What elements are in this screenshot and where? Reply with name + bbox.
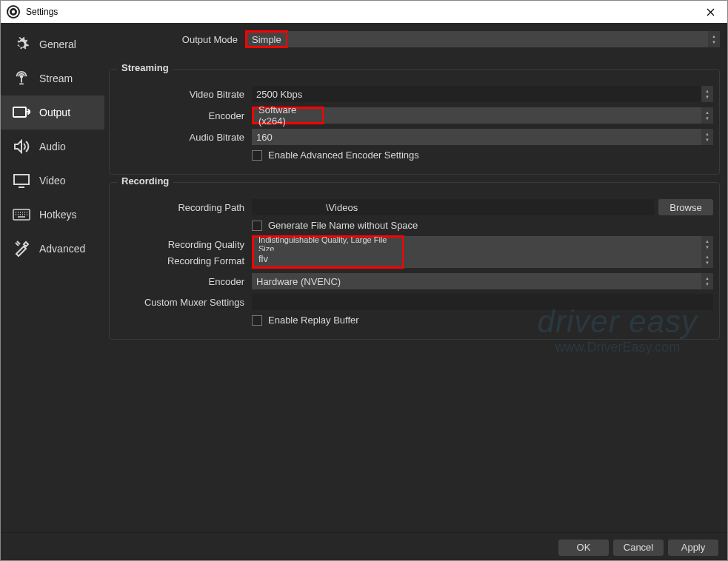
tools-icon bbox=[13, 241, 30, 257]
app-icon bbox=[7, 5, 20, 19]
speaker-icon bbox=[13, 139, 30, 154]
cancel-button[interactable]: Cancel bbox=[613, 540, 664, 556]
sidebar-item-label: Output bbox=[39, 107, 70, 118]
sidebar-item-label: Advanced bbox=[39, 243, 85, 255]
output-icon bbox=[13, 105, 30, 120]
gear-icon bbox=[13, 36, 30, 53]
sidebar-item-audio[interactable]: Audio bbox=[1, 130, 104, 164]
output-mode-select[interactable]: Simple bbox=[247, 33, 286, 46]
gen-filename-checkbox[interactable] bbox=[252, 221, 262, 231]
recording-quality-select-ext[interactable] bbox=[404, 236, 701, 252]
muxer-input[interactable] bbox=[252, 294, 713, 310]
sidebar-item-video[interactable]: Video bbox=[1, 164, 104, 198]
replay-buffer-checkbox-label: Enable Replay Buffer bbox=[268, 315, 359, 326]
sidebar: General Stream Output Audio Video Hotkey… bbox=[1, 23, 104, 532]
close-button[interactable] bbox=[693, 1, 727, 23]
sidebar-item-hotkeys[interactable]: Hotkeys bbox=[1, 198, 104, 232]
replay-buffer-checkbox[interactable] bbox=[252, 315, 262, 326]
keyboard-icon bbox=[13, 209, 30, 221]
adv-encoder-checkbox-label: Enable Advanced Encoder Settings bbox=[268, 150, 419, 161]
streaming-encoder-label: Encoder bbox=[116, 110, 252, 121]
recording-title: Recording bbox=[117, 175, 173, 187]
sidebar-item-label: Stream bbox=[39, 73, 73, 84]
sidebar-item-stream[interactable]: Stream bbox=[1, 61, 104, 95]
recording-format-select[interactable]: flv bbox=[254, 251, 402, 266]
audio-bitrate-label: Audio Bitrate bbox=[116, 132, 252, 143]
spinner-icon[interactable]: ▲▼ bbox=[701, 129, 713, 145]
gen-filename-checkbox-label: Generate File Name without Space bbox=[268, 220, 418, 231]
sidebar-item-label: General bbox=[39, 38, 76, 50]
output-mode-select-ext[interactable] bbox=[287, 31, 708, 47]
streaming-encoder-select-ext[interactable] bbox=[324, 107, 701, 124]
spinner-icon[interactable]: ▲▼ bbox=[701, 107, 713, 124]
recording-format-label: Recording Format bbox=[116, 255, 252, 266]
sidebar-item-general[interactable]: General bbox=[1, 27, 104, 61]
sidebar-item-label: Video bbox=[39, 175, 66, 187]
sidebar-item-label: Audio bbox=[39, 141, 66, 152]
audio-bitrate-select[interactable]: 160 bbox=[252, 129, 701, 145]
spinner-icon[interactable]: ▲▼ bbox=[701, 236, 713, 252]
output-mode-label: Output Mode bbox=[109, 34, 245, 45]
browse-button[interactable]: Browse bbox=[658, 199, 713, 215]
streaming-group: Streaming Video Bitrate 2500 Kbps ▲▼ Enc… bbox=[109, 69, 720, 175]
adv-encoder-checkbox[interactable] bbox=[252, 150, 262, 161]
window-title: Settings bbox=[26, 7, 58, 17]
muxer-label: Custom Muxer Settings bbox=[116, 297, 252, 308]
video-bitrate-input[interactable]: 2500 Kbps bbox=[252, 86, 701, 102]
video-bitrate-label: Video Bitrate bbox=[116, 89, 252, 100]
monitor-icon bbox=[13, 173, 30, 188]
recording-format-select-ext[interactable] bbox=[404, 252, 701, 268]
recording-group: Recording Recording Path \Videos Browse … bbox=[109, 182, 720, 340]
titlebar[interactable]: Settings bbox=[1, 1, 727, 23]
main-panel: Output Mode Simple ▲▼ Streaming Video Bi… bbox=[104, 23, 727, 532]
spinner-icon[interactable]: ▲▼ bbox=[701, 86, 713, 102]
svg-rect-4 bbox=[14, 175, 29, 184]
recording-quality-label: Recording Quality bbox=[116, 239, 252, 250]
recording-path-label: Recording Path bbox=[116, 202, 252, 213]
spinner-icon[interactable]: ▲▼ bbox=[708, 31, 720, 47]
recording-quality-select[interactable]: Indistinguishable Quality, Large File Si… bbox=[254, 238, 402, 251]
streaming-title: Streaming bbox=[117, 62, 173, 73]
spinner-icon[interactable]: ▲▼ bbox=[701, 273, 713, 289]
spinner-icon[interactable]: ▲▼ bbox=[701, 252, 713, 268]
sidebar-item-label: Hotkeys bbox=[39, 209, 77, 221]
antenna-icon bbox=[13, 70, 30, 87]
sidebar-item-advanced[interactable]: Advanced bbox=[1, 232, 104, 266]
streaming-encoder-select[interactable]: Software (x264) bbox=[254, 109, 322, 122]
ok-button[interactable]: OK bbox=[558, 540, 609, 556]
svg-rect-3 bbox=[13, 107, 26, 117]
apply-button[interactable]: Apply bbox=[668, 540, 718, 556]
recording-path-input[interactable]: \Videos bbox=[252, 199, 654, 215]
recording-encoder-label: Encoder bbox=[116, 276, 252, 287]
recording-encoder-select[interactable]: Hardware (NVENC) bbox=[252, 273, 701, 289]
footer: OK Cancel Apply bbox=[1, 532, 727, 561]
svg-point-1 bbox=[12, 10, 15, 13]
sidebar-item-output[interactable]: Output bbox=[1, 95, 104, 130]
